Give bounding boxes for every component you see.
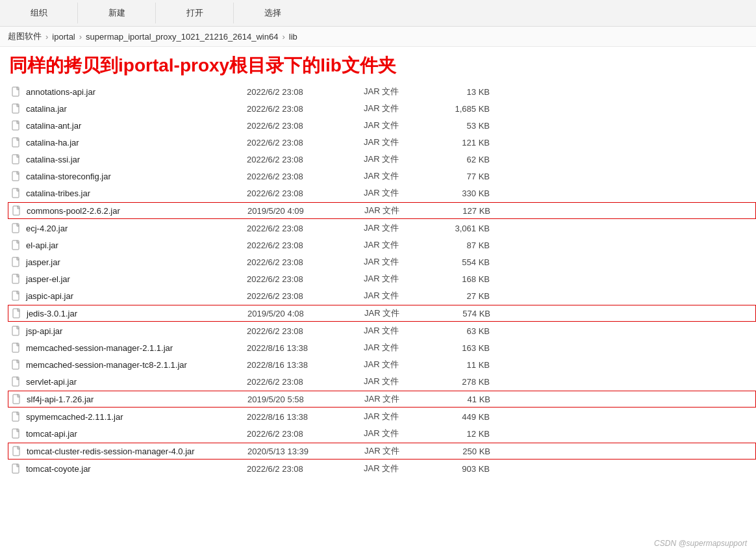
file-icon bbox=[10, 153, 22, 165]
file-size: 27 KB bbox=[448, 291, 500, 301]
file-date: 2022/6/2 23:08 bbox=[247, 121, 364, 131]
file-icon bbox=[10, 359, 22, 370]
new-button[interactable]: 新建 bbox=[103, 5, 131, 21]
file-name: tomcat-api.jar bbox=[26, 429, 247, 439]
file-size: 41 KB bbox=[449, 395, 501, 404]
file-row[interactable]: el-api.jar2022/6/2 23:08JAR 文件87 KB bbox=[8, 237, 756, 253]
file-date: 2022/6/2 23:08 bbox=[247, 188, 364, 198]
file-type: JAR 文件 bbox=[364, 359, 448, 370]
file-row[interactable]: servlet-api.jar2022/6/2 23:08JAR 文件278 K… bbox=[8, 373, 756, 390]
breadcrumb-item-iportal[interactable]: iportal bbox=[52, 32, 75, 42]
file-type: JAR 文件 bbox=[364, 290, 448, 302]
breadcrumb-item-proxy[interactable]: supermap_iportal_proxy_1021_21216_2614_w… bbox=[86, 32, 278, 42]
file-icon bbox=[10, 463, 22, 474]
toolbar-open-buttons: 打开 bbox=[181, 5, 208, 21]
file-date: 2022/6/2 23:08 bbox=[247, 326, 364, 336]
file-icon bbox=[10, 170, 22, 182]
file-row[interactable]: catalina-ant.jar2022/6/2 23:08JAR 文件53 K… bbox=[8, 117, 756, 134]
watermark: CSDN @supermapsupport bbox=[654, 539, 747, 548]
file-row[interactable]: catalina-storeconfig.jar2022/6/2 23:08JA… bbox=[8, 168, 756, 185]
file-row[interactable]: memcached-session-manager-tc8-2.1.1.jar2… bbox=[8, 356, 756, 373]
file-row[interactable]: tomcat-cluster-redis-session-manager-4.0… bbox=[8, 443, 756, 460]
file-size: 163 KB bbox=[448, 343, 500, 353]
file-row[interactable]: jsp-api.jar2022/6/2 23:08JAR 文件63 KB bbox=[8, 322, 756, 339]
file-icon bbox=[10, 325, 22, 337]
file-size: 121 KB bbox=[448, 138, 500, 148]
file-size: 62 KB bbox=[448, 155, 500, 164]
file-name: jaspic-api.jar bbox=[26, 291, 247, 301]
file-icon bbox=[10, 86, 22, 97]
file-name: catalina-tribes.jar bbox=[26, 188, 247, 198]
file-date: 2019/5/20 5:58 bbox=[247, 395, 364, 404]
file-date: 2022/8/16 13:38 bbox=[247, 343, 364, 353]
file-row[interactable]: memcached-session-manager-2.1.1.jar2022/… bbox=[8, 339, 756, 356]
file-size: 278 KB bbox=[448, 377, 500, 387]
file-name: slf4j-api-1.7.26.jar bbox=[27, 395, 247, 404]
file-icon bbox=[11, 307, 23, 319]
file-size: 3,061 KB bbox=[448, 224, 500, 233]
file-icon bbox=[10, 239, 22, 251]
file-row[interactable]: jaspic-api.jar2022/6/2 23:08JAR 文件27 KB bbox=[8, 287, 756, 304]
file-row[interactable]: annotations-api.jar2022/6/2 23:08JAR 文件1… bbox=[8, 83, 756, 100]
file-name: tomcat-cluster-redis-session-manager-4.0… bbox=[27, 447, 247, 456]
file-size: 87 KB bbox=[448, 240, 500, 250]
select-button[interactable]: 选择 bbox=[259, 5, 286, 21]
file-type: JAR 文件 bbox=[364, 103, 448, 114]
file-icon bbox=[10, 376, 22, 387]
file-row[interactable]: catalina-ssi.jar2022/6/2 23:08JAR 文件62 K… bbox=[8, 151, 756, 168]
file-type: JAR 文件 bbox=[364, 187, 448, 199]
file-size: 1,685 KB bbox=[448, 104, 500, 114]
file-type: JAR 文件 bbox=[364, 445, 449, 457]
file-icon bbox=[10, 273, 22, 285]
file-size: 63 KB bbox=[448, 326, 500, 336]
file-size: 168 KB bbox=[448, 274, 500, 284]
file-row[interactable]: tomcat-coyote.jar2022/6/2 23:08JAR 文件903… bbox=[8, 460, 756, 477]
breadcrumb-item-lib[interactable]: lib bbox=[289, 32, 297, 42]
file-icon bbox=[10, 411, 22, 422]
breadcrumb-item-root[interactable]: 超图软件 bbox=[8, 31, 42, 42]
file-size: 53 KB bbox=[448, 121, 500, 131]
file-size: 12 KB bbox=[448, 429, 500, 439]
file-row[interactable]: commons-pool2-2.6.2.jar2019/5/20 4:09JAR… bbox=[8, 202, 756, 219]
file-name: jedis-3.0.1.jar bbox=[27, 309, 247, 318]
file-type: JAR 文件 bbox=[364, 205, 449, 216]
file-date: 2022/6/2 23:08 bbox=[247, 87, 364, 97]
file-name: el-api.jar bbox=[26, 240, 247, 250]
file-list-container: annotations-api.jar2022/6/2 23:08JAR 文件1… bbox=[0, 83, 756, 477]
file-name: ecj-4.20.jar bbox=[26, 224, 247, 233]
file-icon bbox=[10, 290, 22, 302]
file-icon bbox=[10, 103, 22, 114]
file-type: JAR 文件 bbox=[364, 239, 448, 251]
file-row[interactable]: jedis-3.0.1.jar2019/5/20 4:08JAR 文件574 K… bbox=[8, 305, 756, 322]
file-date: 2022/8/16 13:38 bbox=[247, 360, 364, 370]
file-icon bbox=[10, 222, 22, 234]
file-name: catalina-ant.jar bbox=[26, 121, 247, 131]
file-name: catalina-ssi.jar bbox=[26, 155, 247, 164]
file-row[interactable]: catalina-tribes.jar2022/6/2 23:08JAR 文件3… bbox=[8, 185, 756, 201]
file-row[interactable]: jasper-el.jar2022/6/2 23:08JAR 文件168 KB bbox=[8, 270, 756, 287]
file-type: JAR 文件 bbox=[364, 273, 448, 285]
file-name: catalina.jar bbox=[26, 104, 247, 114]
file-row[interactable]: catalina-ha.jar2022/6/2 23:08JAR 文件121 K… bbox=[8, 134, 756, 151]
file-date: 2022/6/2 23:08 bbox=[247, 138, 364, 148]
file-row[interactable]: tomcat-api.jar2022/6/2 23:08JAR 文件12 KB bbox=[8, 425, 756, 442]
file-type: JAR 文件 bbox=[364, 342, 448, 354]
file-date: 2022/6/2 23:08 bbox=[247, 155, 364, 164]
file-name: catalina-storeconfig.jar bbox=[26, 172, 247, 181]
file-row[interactable]: ecj-4.20.jar2022/6/2 23:08JAR 文件3,061 KB bbox=[8, 220, 756, 237]
breadcrumb-sep-1: › bbox=[45, 32, 48, 42]
file-name: jasper.jar bbox=[26, 257, 247, 267]
file-name: jasper-el.jar bbox=[26, 274, 247, 284]
open-button[interactable]: 打开 bbox=[181, 5, 208, 21]
file-size: 11 KB bbox=[448, 360, 500, 370]
file-row[interactable]: spymemcached-2.11.1.jar2022/8/16 13:38JA… bbox=[8, 408, 756, 425]
file-icon bbox=[11, 205, 23, 216]
file-row[interactable]: slf4j-api-1.7.26.jar2019/5/20 5:58JAR 文件… bbox=[8, 391, 756, 408]
toolbar-section-select: 选择 bbox=[234, 3, 312, 23]
file-row[interactable]: catalina.jar2022/6/2 23:08JAR 文件1,685 KB bbox=[8, 100, 756, 117]
file-row[interactable]: jasper.jar2022/6/2 23:08JAR 文件554 KB bbox=[8, 253, 756, 270]
organize-button[interactable]: 组织 bbox=[25, 5, 53, 21]
file-icon bbox=[10, 256, 22, 268]
breadcrumb-sep-2: › bbox=[79, 32, 82, 42]
file-date: 2022/6/2 23:08 bbox=[247, 257, 364, 267]
